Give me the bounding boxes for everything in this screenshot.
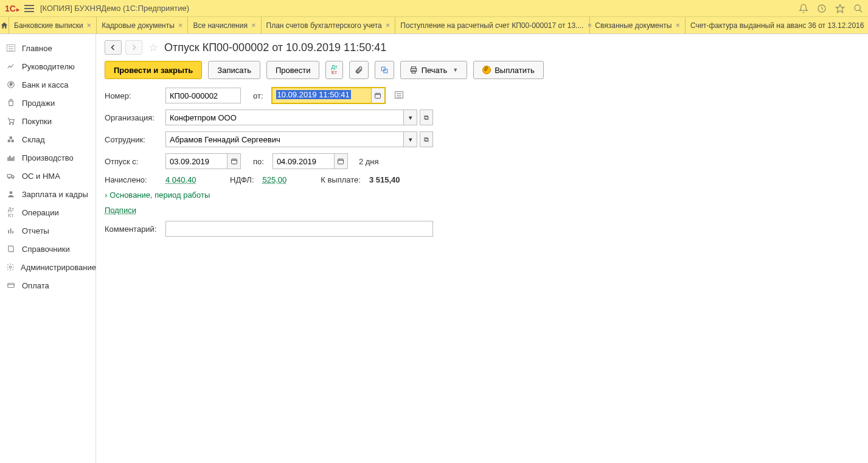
list-toggle-icon[interactable] <box>395 91 403 100</box>
bars-icon <box>6 226 16 235</box>
create-based-button[interactable] <box>375 61 394 79</box>
post-and-close-button[interactable]: Провести и закрыть <box>105 61 202 79</box>
sidebar-item-admin[interactable]: Администрирование <box>0 258 95 276</box>
bell-icon[interactable] <box>799 4 808 13</box>
save-button[interactable]: Записать <box>208 61 260 79</box>
sidebar-item-manager[interactable]: Руководителю <box>0 57 95 75</box>
pay-button[interactable]: Выплатить <box>473 61 544 79</box>
sidebar-item-production[interactable]: Производство <box>0 148 95 167</box>
svg-rect-19 <box>10 229 12 234</box>
vacation-from-label: Отпуск с: <box>105 157 161 166</box>
close-icon[interactable]: × <box>675 21 680 30</box>
open-ref-icon[interactable]: ⧉ <box>420 110 433 125</box>
basis-expand[interactable]: › Основание, период работы <box>105 190 210 200</box>
close-icon[interactable]: × <box>87 21 92 30</box>
sidebar-item-label: Администрирование <box>21 263 96 272</box>
sidebar-item-label: Покупки <box>22 117 52 126</box>
accrued-value[interactable]: 4 040,40 <box>165 175 214 184</box>
tabs-bar: Банковские выписки× Кадровые документы× … <box>0 17 868 34</box>
vacation-from-input[interactable] <box>165 153 227 169</box>
post-button[interactable]: Провести <box>266 61 320 79</box>
dropdown-icon[interactable]: ▾ <box>404 110 417 125</box>
org-input[interactable] <box>165 110 404 125</box>
vacation-to-input[interactable] <box>273 153 335 169</box>
page-title: Отпуск КП00-000002 от 10.09.2019 11:50:4… <box>164 41 386 54</box>
svg-rect-29 <box>231 159 237 164</box>
date-value: 10.09.2019 11:50:41 <box>276 90 351 99</box>
svg-rect-18 <box>8 230 9 234</box>
svg-rect-20 <box>12 231 13 234</box>
tab-label: Все начисления <box>193 21 248 30</box>
print-button[interactable]: Печать ▼ <box>400 61 468 79</box>
from-label: от: <box>253 91 263 100</box>
sidebar-item-purchases[interactable]: Покупки <box>0 112 95 130</box>
favorite-icon[interactable]: ☆ <box>148 41 158 54</box>
sidebar-item-label: Производство <box>22 153 74 162</box>
payout-value: 3 515,40 <box>369 175 400 184</box>
comment-label: Комментарий: <box>105 225 161 234</box>
sidebar-item-sales[interactable]: Продажи <box>0 94 95 112</box>
sidebar-item-main[interactable]: Главное <box>0 39 95 57</box>
chevron-right-icon: › <box>105 190 107 200</box>
ndfl-value[interactable]: 525,00 <box>263 175 287 184</box>
number-input[interactable] <box>165 88 241 103</box>
back-button[interactable] <box>105 40 122 55</box>
svg-rect-14 <box>7 175 11 178</box>
boxes-icon <box>6 134 16 144</box>
sidebar-item-bank[interactable]: ₽Банк и касса <box>0 75 95 94</box>
sidebar-item-label: Отчеты <box>22 226 49 235</box>
sidebar-item-label: Руководителю <box>22 62 75 71</box>
svg-rect-28 <box>375 94 381 99</box>
attach-button[interactable] <box>349 61 369 79</box>
signatures-link[interactable]: Подписи <box>105 206 136 215</box>
star-icon[interactable] <box>835 4 845 13</box>
tab-related-docs[interactable]: Связанные документы× <box>590 17 686 33</box>
tab-bank-statements[interactable]: Банковские выписки× <box>9 17 97 33</box>
sidebar-item-assets[interactable]: ОС и НМА <box>0 167 95 185</box>
content-area: ☆ Отпуск КП00-000002 от 10.09.2019 11:50… <box>96 34 868 463</box>
chart-icon <box>6 61 16 71</box>
svg-rect-10 <box>8 158 9 161</box>
sidebar-item-label: Справочники <box>22 245 70 254</box>
tab-hr-documents[interactable]: Кадровые документы× <box>97 17 188 33</box>
sidebar-item-label: Склад <box>22 135 45 144</box>
tab-chart-accounts[interactable]: План счетов бухгалтерского учета× <box>262 17 396 33</box>
svg-point-16 <box>12 177 13 178</box>
number-label: Номер: <box>105 91 161 100</box>
svg-marker-1 <box>836 4 844 12</box>
tab-receipt[interactable]: Поступление на расчетный счет КП00-00001… <box>395 17 590 33</box>
tab-label: Поступление на расчетный счет КП00-00001… <box>400 21 583 30</box>
sidebar-item-label: Продажи <box>22 99 55 108</box>
history-icon[interactable] <box>817 4 827 13</box>
tab-all-accruals[interactable]: Все начисления× <box>188 17 261 33</box>
sidebar-item-warehouse[interactable]: Склад <box>0 130 95 148</box>
tab-label: Связанные документы <box>595 21 672 30</box>
sidebar-item-label: Операции <box>22 208 59 217</box>
calendar-icon[interactable] <box>372 88 385 103</box>
coin-icon <box>482 66 491 74</box>
close-icon[interactable]: × <box>386 21 391 30</box>
sidebar-item-operations[interactable]: ДтКтОперации <box>0 203 95 221</box>
sidebar-item-catalogs[interactable]: Справочники <box>0 240 95 258</box>
close-icon[interactable]: × <box>251 21 256 30</box>
menu-icon[interactable] <box>24 5 34 12</box>
dtkt-button[interactable]: ДтКт <box>325 61 342 79</box>
emp-input[interactable] <box>165 131 404 147</box>
close-icon[interactable]: × <box>178 21 183 30</box>
home-tab[interactable] <box>0 17 9 33</box>
chevron-down-icon: ▼ <box>453 67 458 73</box>
forward-button[interactable] <box>125 40 142 55</box>
search-icon[interactable] <box>853 4 863 13</box>
sidebar-item-reports[interactable]: Отчеты <box>0 221 95 240</box>
open-ref-icon[interactable]: ⧉ <box>420 131 433 147</box>
dtkt-icon: ДтКт <box>6 207 16 217</box>
calendar-icon[interactable] <box>227 153 241 169</box>
tab-invoice[interactable]: Счет-фактура выданный на аванс 36 от 13.… <box>686 17 868 33</box>
dropdown-icon[interactable]: ▾ <box>404 131 417 147</box>
date-input[interactable]: 10.09.2019 11:50:41 <box>272 88 372 103</box>
comment-input[interactable] <box>165 221 433 237</box>
list-icon <box>6 43 16 53</box>
sidebar-item-payroll[interactable]: Зарплата и кадры <box>0 185 95 203</box>
calendar-icon[interactable] <box>335 153 348 169</box>
sidebar-item-payment[interactable]: Оплата <box>0 276 95 294</box>
